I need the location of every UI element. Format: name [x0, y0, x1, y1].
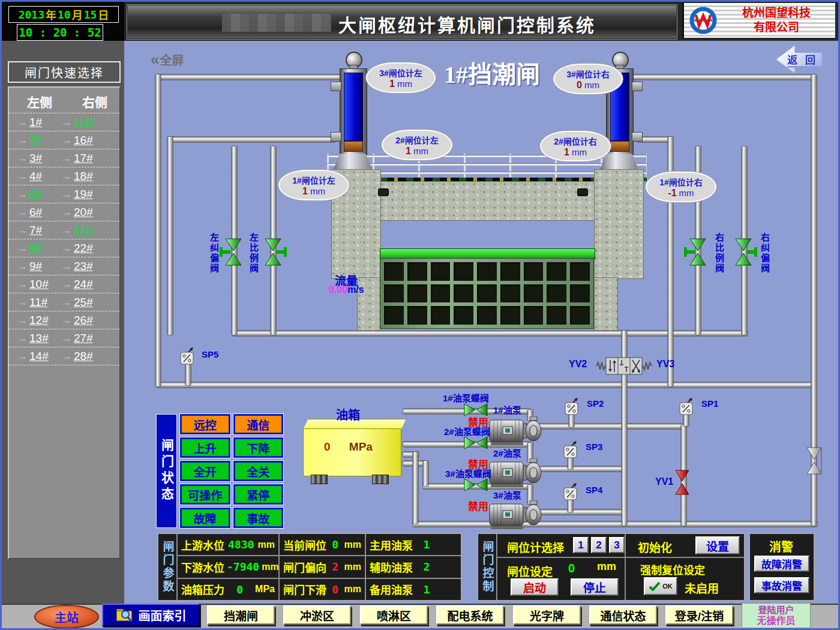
tank-leg: [372, 475, 389, 484]
gate-link[interactable]: 4#: [29, 170, 61, 183]
redacted-text-block: [222, 14, 331, 32]
status-label: 全关: [247, 463, 269, 479]
gate-panel-cell: [407, 284, 427, 303]
gate-panel-cell: [431, 306, 451, 325]
accident-alarm-clear-button[interactable]: 事故消警: [754, 577, 809, 593]
settings-button[interactable]: 设置: [695, 536, 740, 554]
param-cell: 闸门下滑0mm: [280, 579, 365, 600]
gate-link[interactable]: 17#: [74, 152, 105, 165]
gate-link[interactable]: 18#: [74, 170, 105, 183]
toolbar-tab[interactable]: 登录/注销: [665, 605, 733, 625]
gate-link[interactable]: 9#: [29, 260, 61, 273]
rail-bar: [327, 163, 647, 166]
gate-panel-cell: [384, 284, 404, 303]
toolbar-tab[interactable]: 喷淋区: [360, 605, 428, 625]
company-logo-box: 杭州国望科技 有限公司: [682, 2, 836, 38]
sp1-label: SP1: [701, 398, 718, 409]
toolbar-tab[interactable]: 冲淤区: [283, 605, 351, 625]
oil-tank-pressure-value: 0: [324, 440, 331, 453]
gate-row: →5#→19#: [9, 185, 119, 203]
pump1-valve-label: 1#油泵蝶阀: [443, 391, 489, 404]
oil-tank-pressure-unit: MPa: [349, 440, 373, 453]
callout-name: 2#闸位计左: [388, 134, 446, 146]
gate-panel-cell: [454, 306, 473, 325]
pressure-gauge-sp4: [562, 482, 580, 502]
toolbar-tab[interactable]: 挡潮闸: [207, 605, 275, 625]
gate-link[interactable]: 1#: [29, 116, 61, 129]
arrow-icon: →: [16, 242, 29, 255]
param-value: 0: [329, 538, 342, 551]
gate-link[interactable]: 11#: [29, 296, 61, 309]
gate-link[interactable]: 15#: [74, 116, 105, 129]
gate-link[interactable]: 26#: [74, 314, 105, 327]
cylinder-port: [331, 132, 341, 142]
gate-link[interactable]: 16#: [74, 134, 105, 147]
right-correction-valve: [730, 238, 757, 266]
param-value: -7940: [227, 560, 259, 573]
gate-link[interactable]: 8#: [29, 242, 61, 255]
gate-panel-cell: [547, 262, 566, 281]
company-name-line2: 有限公司: [718, 20, 835, 35]
gate-row: →10#→24#: [9, 275, 119, 293]
force-reset-label: 强制复位设定: [640, 562, 705, 577]
gate-link[interactable]: 22#: [74, 242, 105, 255]
date-day: 15: [84, 8, 97, 21]
arrow-icon: →: [61, 152, 74, 165]
gauge-select-3-button[interactable]: 3: [609, 537, 625, 553]
date-month: 10: [58, 8, 71, 21]
callout-name: 1#闸位计左: [284, 174, 343, 186]
master-station-button[interactable]: 主站: [34, 605, 99, 629]
gate-panel-cell: [524, 284, 544, 303]
gauge-select-2-button[interactable]: 2: [591, 537, 607, 553]
fullscreen-button[interactable]: « 全屏: [151, 50, 184, 69]
toolbar-tab[interactable]: 通信状态: [589, 605, 657, 625]
arrow-icon: →: [16, 296, 29, 309]
back-button[interactable]: 返 回: [776, 46, 822, 73]
pier-right: [594, 169, 644, 279]
gate-link[interactable]: 23#: [74, 260, 105, 273]
gate-link[interactable]: 24#: [74, 278, 105, 291]
gate-link[interactable]: 20#: [74, 206, 105, 219]
arrow-icon: →: [16, 152, 29, 165]
gate-link[interactable]: 13#: [29, 332, 61, 345]
solenoid-valve-yv1: [673, 469, 691, 496]
deck-fitting: [577, 188, 588, 196]
gate-link[interactable]: 12#: [29, 314, 61, 327]
gate-link[interactable]: 25#: [74, 296, 105, 309]
gate-link[interactable]: 21#: [74, 224, 105, 237]
start-button[interactable]: 启动: [511, 578, 559, 596]
gate-link[interactable]: 10#: [29, 278, 61, 291]
sp4-label: SP4: [586, 485, 602, 495]
pump3-valve-label: 3#油泵蝶阀: [445, 467, 491, 479]
cylinder-port: [331, 82, 341, 91]
ok-button[interactable]: OK: [644, 577, 677, 595]
pipe-segment: [622, 373, 627, 526]
gate-link[interactable]: 6#: [29, 206, 61, 219]
gauge-select-1-button[interactable]: 1: [573, 537, 589, 553]
callout-name: 3#闸位计右: [559, 68, 617, 80]
left-correction-valve-label: 左纠偏阀: [209, 233, 218, 274]
gauge-selector-label: 闸位计选择: [507, 539, 564, 555]
gate-link[interactable]: 5#: [29, 188, 61, 201]
toolbar-tab[interactable]: 光字牌: [513, 605, 581, 625]
gauge-callout: 3#闸位计左 1mm: [366, 62, 436, 93]
gate-panel-cell: [454, 284, 473, 303]
gate-link[interactable]: 7#: [29, 224, 61, 237]
gate-status-panel: 闸门状态 远控 通信 上升 下降 全开 全关 可操作 紧停 故障 事故: [156, 414, 283, 528]
gate-link[interactable]: 28#: [74, 350, 105, 363]
stop-button[interactable]: 停止: [571, 578, 619, 596]
gate-panel-cell: [477, 284, 497, 303]
callout-unit: mm: [397, 79, 412, 89]
param-cell: 备用油泵1: [366, 579, 461, 600]
login-user-value: 无操作员: [757, 616, 795, 626]
datetime-box: 2013 年 10 月 15 日 10 : 20 : 52: [0, 0, 124, 41]
gate-link[interactable]: 19#: [74, 188, 105, 201]
gate-link[interactable]: 3#: [29, 152, 61, 165]
gate-link[interactable]: 14#: [29, 350, 61, 363]
screen-index-button[interactable]: 画面索引: [102, 604, 200, 626]
fault-alarm-clear-button[interactable]: 故障消警: [754, 556, 809, 572]
toolbar-tab[interactable]: 配电系统: [436, 605, 504, 625]
cylinder-port: [632, 132, 643, 142]
gate-link[interactable]: 2#: [29, 134, 61, 147]
gate-link[interactable]: 27#: [74, 332, 105, 345]
